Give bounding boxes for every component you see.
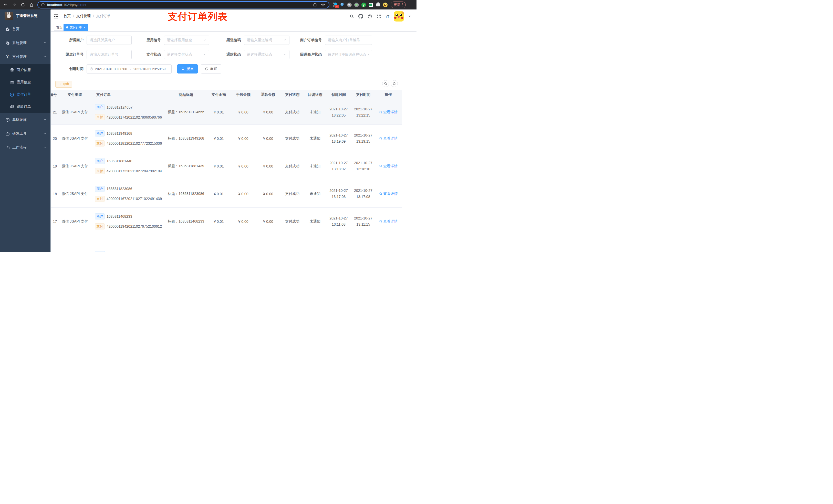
grid-icon (10, 80, 14, 85)
refresh-table-button[interactable] (391, 80, 398, 87)
extension-command-icon[interactable]: ⌘ (347, 2, 352, 7)
channel-code-select[interactable]: 请输入渠道编码 (244, 35, 289, 45)
extension-dot-icon[interactable] (354, 2, 359, 7)
channel-order-no-input[interactable]: 请输入渠道订单号 (87, 50, 132, 59)
extension-chat-icon[interactable] (368, 2, 373, 7)
search-icon[interactable] (350, 14, 354, 19)
browser-menu-icon[interactable] (402, 3, 403, 6)
view-details-link[interactable]: 查看详情 (379, 110, 398, 115)
sidebar-item-infrastructure[interactable]: 基础设施 (0, 113, 51, 127)
extension-y-icon[interactable]: y (361, 2, 366, 7)
bookmark-star-icon[interactable] (320, 2, 326, 8)
cell-notify-status: 未通知 (304, 110, 326, 115)
url-path: :1024/pay/order (62, 3, 87, 7)
app-title: 芋道管理系统 (16, 14, 38, 18)
cell-notify-status: 未通知 (304, 219, 326, 224)
page-info-icon[interactable] (41, 2, 45, 8)
view-details-link[interactable]: 查看详情 (379, 219, 398, 224)
notify-status-select[interactable]: 请选择订单回调商户状态 (325, 50, 372, 59)
column-header-notify-status: 回调状态 (304, 93, 326, 97)
breadcrumb-home[interactable]: 首页 (64, 14, 71, 19)
column-header-amount: 支付金额 (207, 93, 231, 97)
pay-status-select[interactable]: 请选择支付状态 (164, 50, 209, 59)
avatar-caret-icon[interactable] (408, 16, 411, 17)
chevron-down-icon (367, 52, 370, 57)
sidebar-item-merchant-info[interactable]: 商户信息 (0, 64, 51, 76)
merchant-tag: 商户 (95, 213, 105, 219)
filter-merchant-order-no: 商户订单编号 请输入商户订单编号 (288, 35, 372, 45)
extension-workflow-icon[interactable]: 10 (332, 2, 337, 7)
pay-tag: 支付 (95, 114, 105, 120)
close-icon[interactable]: × (84, 26, 85, 29)
sidebar-item-refund-order[interactable]: 退款订单 (0, 101, 51, 113)
sidebar-item-dev-tools[interactable]: 研发工具 (0, 127, 51, 141)
sidebar-item-workflow[interactable]: 工作流程 (0, 141, 51, 154)
chevron-down-icon (44, 145, 47, 149)
profile-emoji-icon[interactable] (383, 2, 387, 7)
help-icon[interactable] (367, 14, 372, 19)
breadcrumb-payment[interactable]: 支付管理 (76, 14, 91, 19)
table-row: 17 微信 JSAPI 支付 商户 1635311468233 支付 42000… (51, 208, 402, 235)
github-icon[interactable] (358, 14, 363, 19)
cell-fee: ¥ 0.00 (231, 164, 256, 168)
yen-icon: ¥ (5, 54, 10, 59)
fullscreen-icon[interactable] (377, 14, 381, 19)
merchant-tag: 商户 (95, 130, 105, 137)
reset-button[interactable]: 重置 (201, 64, 221, 73)
sidebar-item-app-info[interactable]: 应用信息 (0, 76, 51, 88)
view-details-link[interactable]: 查看详情 (379, 136, 398, 141)
tag-pay-order[interactable]: 支付订单 × (64, 24, 88, 31)
show-search-toggle-button[interactable] (382, 80, 389, 87)
sidebar-item-pay-order[interactable]: ¥ 支付订单 (0, 88, 51, 101)
address-bar[interactable]: localhost:1024/pay/order (38, 1, 329, 8)
search-button[interactable]: 搜索 (177, 64, 198, 73)
sidebar-item-system[interactable]: 系统管理 (0, 36, 51, 50)
merchant-order-no: 1635311823086 (106, 187, 132, 191)
view-details-link[interactable]: 查看详情 (379, 164, 398, 169)
table-row: 20 微信 JSAPI 支付 商户 1635311949168 支付 42000… (51, 125, 402, 152)
extension-gem-icon[interactable] (340, 2, 344, 7)
date-range-input[interactable]: 2021-10-01 00:00:00 - 2021-10-31 23:59:5… (87, 64, 172, 73)
cell-pay-status: 支付成功 (281, 192, 304, 196)
channel-pay-no: 4200001181202110277723215336 (106, 141, 162, 145)
cell-pay-status: 支付成功 (281, 164, 304, 169)
browser-update-button[interactable]: 更新 (390, 2, 406, 8)
merchant-select[interactable]: 请选择所属商户 (87, 35, 132, 45)
app-select[interactable]: 请选择应用信息 (164, 35, 209, 45)
share-icon[interactable] (311, 2, 318, 8)
sidebar-scrollbar[interactable] (50, 9, 51, 252)
extensions-puzzle-icon[interactable] (376, 2, 380, 7)
sidebar-item-home[interactable]: 首页 (0, 22, 51, 36)
chevron-down-icon (44, 118, 47, 122)
pay-tag: 支付 (95, 140, 105, 146)
cell-refund: ¥ 0.00 (256, 219, 281, 223)
font-size-icon[interactable]: TT (385, 14, 389, 18)
cell-pay-order: 商户 1635311823086 支付 42000011672021102710… (95, 186, 162, 202)
sidebar-item-label: 商户信息 (17, 68, 31, 72)
cell-id: 17 (51, 219, 58, 223)
cell-pay-status: 支付成功 (281, 219, 304, 224)
avatar[interactable] (394, 11, 404, 22)
refund-status-select[interactable]: 请选择退款状态 (244, 50, 289, 59)
merchant-order-no: 1635311949168 (106, 131, 132, 136)
filter-label: 渠道订单号 (51, 52, 87, 57)
filter-label: 回调商户状态 (288, 52, 325, 57)
channel-pay-no: 4200001194202110276752100612 (106, 224, 162, 229)
sidebar-item-payment[interactable]: ¥ 支付管理 (0, 50, 51, 64)
merchant-order-no-input[interactable]: 请输入商户订单编号 (325, 35, 372, 45)
table-row: 21 微信 JSAPI 支付 商户 1635312124657 支付 42000… (51, 100, 402, 125)
browser-forward-button[interactable] (11, 2, 18, 8)
merchant-tag: 商户 (95, 104, 105, 111)
sidebar-fold-icon[interactable] (53, 14, 59, 19)
export-button[interactable]: 导出 (55, 81, 72, 88)
view-details-link[interactable]: 查看详情 (379, 192, 398, 196)
app-logo[interactable]: 芋道管理系统 (0, 9, 51, 22)
browser-home-button[interactable] (28, 2, 35, 8)
cell-title: 标题：1635311881439 (165, 164, 207, 169)
cell-id: 21 (51, 110, 58, 114)
main-content: 所属商户 请选择所属商户 应用编号 请选择应用信息 渠道编码 请输入渠道编码 商… (51, 31, 416, 252)
table-body: 21 微信 JSAPI 支付 商户 1635312124657 支付 42000… (51, 100, 402, 252)
browser-reload-button[interactable] (20, 2, 26, 8)
cell-pay-order: 商户 1635312124657 支付 42000011742021102780… (95, 104, 162, 120)
browser-back-button[interactable] (2, 2, 9, 8)
